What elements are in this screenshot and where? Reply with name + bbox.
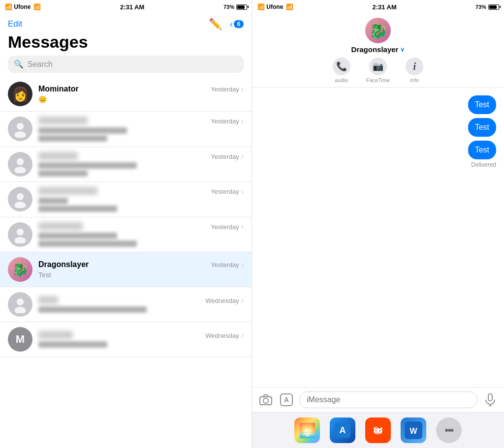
reddit-icon [369,421,387,439]
svg-point-22 [379,430,381,432]
message-preview-blurred [38,198,244,212]
search-icon: 🔍 [14,60,24,69]
photos-app[interactable]: 🌅 [294,418,320,443]
message-content: Yesterday › [38,187,244,212]
edit-button[interactable]: Edit [8,19,22,29]
message-preview-blurred [38,233,244,247]
svg-point-4 [17,193,24,200]
list-item[interactable]: Yesterday › [0,217,252,253]
message-time: Yesterday › [211,222,244,231]
list-item[interactable]: Yesterday › [0,112,252,147]
camera-icon [259,394,272,405]
time-right: 2:31 AM [296,3,472,11]
message-time: Yesterday › [211,117,244,126]
message-content: Mominator Yesterday › 😑 [38,85,244,103]
avatar [8,292,32,317]
message-preview-blurred [38,127,244,142]
audio-label: audio [335,77,348,83]
app-store-button[interactable]: A [279,392,294,408]
search-input[interactable] [28,60,238,69]
chat-messages: Test Test Test Delivered [252,88,504,387]
message-content: Wednesday › [38,296,244,313]
reddit-app[interactable] [365,418,391,443]
message-time: Wednesday › [205,296,244,305]
message-top: Yesterday › [38,117,244,126]
avatar [8,117,32,141]
svg-point-6 [17,229,24,236]
svg-point-5 [14,202,26,208]
appstore-dock-icon: A [335,422,350,438]
svg-point-8 [17,299,24,305]
person-icon [11,155,29,173]
message-top: Yesterday › [38,152,244,161]
svg-point-11 [263,398,268,403]
list-item[interactable]: Yesterday › [0,182,252,217]
compose-icon[interactable]: ✏️ [209,18,222,30]
message-content: Yesterday › [38,152,244,177]
svg-point-3 [14,167,26,173]
wifi-icon-right: 📶 [286,3,293,10]
info-icon: i [406,58,423,75]
more-apps-button[interactable]: ••• [436,418,462,443]
word-app[interactable]: W [401,418,426,443]
chat-input-bar: A [252,387,504,412]
message-time: Yesterday › [211,152,244,161]
chat-avatar: 🐉 [365,18,391,43]
audio-button[interactable]: 📞 audio [333,58,350,83]
info-button[interactable]: i info [406,58,423,83]
info-label: info [410,77,419,83]
message-preview: 😑 [38,95,244,103]
appstore-app[interactable]: A [330,418,355,443]
search-bar[interactable]: 🔍 [8,56,244,73]
message-time: Yesterday › [211,85,244,94]
facetime-label: FaceTime [366,77,390,83]
facetime-button[interactable]: 📷 FaceTime [366,58,390,83]
back-chevron-icon: ‹ [230,19,233,30]
camera-button[interactable] [258,392,274,408]
chat-contact-name[interactable]: Dragonslayer ∨ [351,45,405,54]
message-time: Yesterday › [211,261,244,269]
message-content: Dragonslayer Yesterday › Test [38,260,244,279]
messages-list: 👩 Mominator Yesterday › 😑 [0,77,252,448]
svg-rect-14 [488,394,492,401]
chevron-down-icon: ∨ [400,46,405,53]
app-dock: 🌅 A [252,412,504,448]
battery-percent-left: 73% [223,4,234,10]
carrier-right: 📶 Ufone [257,3,283,10]
message-time: Wednesday › [205,331,244,340]
avatar-m: M [8,327,32,352]
svg-text:W: W [410,427,417,435]
contact-name [38,117,88,124]
message-bubble-1: Test [260,95,496,114]
contact-name [38,152,78,160]
avatar [8,222,32,247]
svg-text:A: A [284,396,289,404]
messages-header: Edit ✏️ ‹ 6 [0,14,252,32]
word-icon: W [405,421,422,439]
list-item[interactable]: M Wednesday › [0,322,252,357]
message-content: Yesterday › [38,117,244,142]
list-item[interactable]: Wednesday › [0,287,252,322]
badge-count: 6 [234,20,244,28]
back-badge[interactable]: ‹ 6 [230,19,244,30]
bubble-text: Test [468,141,496,159]
messages-panel: Edit ✏️ ‹ 6 Messages 🔍 👩 [0,14,252,448]
svg-point-9 [14,307,26,313]
list-item[interactable]: 👩 Mominator Yesterday › 😑 [0,77,252,112]
svg-text:A: A [340,425,346,435]
microphone-button[interactable] [482,392,498,408]
avatar [8,152,32,177]
list-item[interactable]: Yesterday › [0,147,252,182]
contact-name: Mominator [38,85,79,93]
battery-icon-left [236,4,247,10]
status-bar: 📶 Ufone 📶 2:31 AM 73% 📶 Ufone 📶 2:31 AM … [0,0,504,14]
svg-point-23 [374,427,376,429]
status-icons-right: 73% [475,4,499,10]
imessage-input[interactable] [299,391,477,408]
status-bar-left: 📶 Ufone 📶 2:31 AM 73% [0,0,252,14]
svg-point-7 [14,237,26,243]
message-preview-blurred [38,306,244,313]
message-preview-blurred [38,341,244,348]
delivered-label: Delivered [260,161,496,168]
list-item-dragonslayer[interactable]: 🐉 Dragonslayer Yesterday › Test [0,252,252,287]
